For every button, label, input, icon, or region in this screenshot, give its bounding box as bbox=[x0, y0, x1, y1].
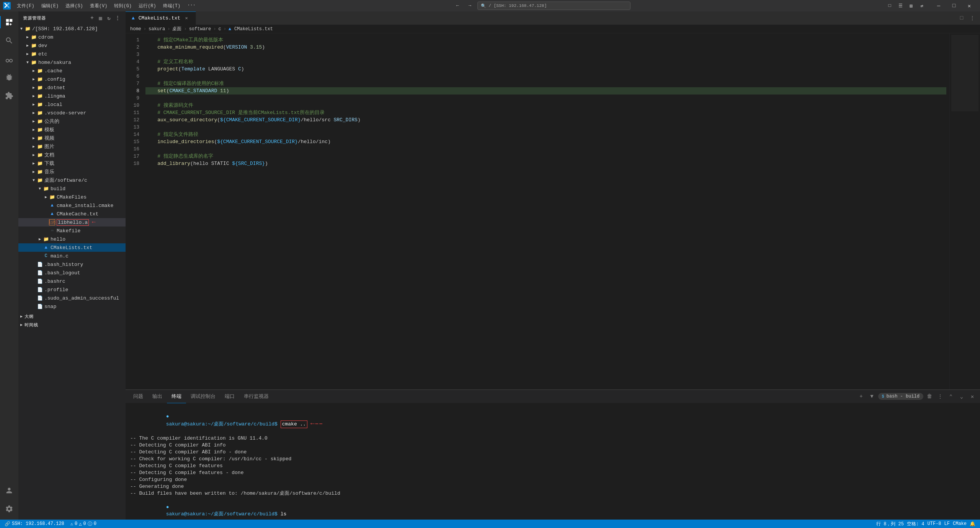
activity-explorer[interactable] bbox=[0, 13, 18, 31]
sidebar-item-cmakecache[interactable]: ▲ CMakeCache.txt bbox=[18, 210, 126, 218]
sidebar-item-cmake-install[interactable]: ▲ cmake_install.cmake bbox=[18, 201, 126, 210]
sidebar-item-lingma[interactable]: ▶ 📁 .lingma bbox=[18, 92, 126, 100]
menu-file[interactable]: 文件(F) bbox=[14, 2, 38, 10]
sidebar-item-libhello[interactable]: lib libhello.a ← bbox=[18, 218, 126, 227]
activity-account[interactable] bbox=[0, 481, 18, 500]
sidebar-item-music[interactable]: ▶ 📁 音乐 bbox=[18, 168, 126, 176]
more-panel-icon[interactable]: ⋮ bbox=[936, 392, 945, 401]
sidebar-toggle-icon[interactable]: ☰ bbox=[896, 1, 905, 10]
sidebar-item-dotnet[interactable]: ▶ 📁 .dotnet bbox=[18, 83, 126, 92]
sidebar-item-config[interactable]: ▶ 📁 .config bbox=[18, 75, 126, 83]
kill-terminal-icon[interactable]: 🗑 bbox=[925, 392, 934, 401]
sidebar-item-mainc[interactable]: C main.c bbox=[18, 252, 126, 260]
menu-run[interactable]: 运行(R) bbox=[136, 2, 159, 10]
sidebar-item-desktop-software[interactable]: ▼ 📁 桌面/software/c bbox=[18, 176, 126, 184]
tab-cmakelists[interactable]: ▲ CMakeLists.txt ✕ bbox=[126, 11, 196, 25]
tab-close-button[interactable]: ✕ bbox=[183, 15, 189, 21]
menu-edit[interactable]: 编辑(E) bbox=[38, 2, 62, 10]
more-actions-icon[interactable]: ⋮ bbox=[968, 13, 977, 23]
sidebar-item-bashrc[interactable]: 📄 .bashrc bbox=[18, 277, 126, 285]
nav-back[interactable]: ← bbox=[453, 1, 462, 10]
terminal-content[interactable]: ● sakura@sakura:~/桌面/software/c/build$ c… bbox=[126, 403, 980, 520]
close-panel-icon[interactable]: ✕ bbox=[968, 392, 977, 401]
sidebar-item-bash-history[interactable]: 📄 .bash_history bbox=[18, 260, 126, 269]
menu-goto[interactable]: 转到(G) bbox=[111, 2, 135, 10]
breadcrumb-home[interactable]: home bbox=[130, 26, 141, 32]
sidebar-item-profile[interactable]: 📄 .profile bbox=[18, 285, 126, 294]
breadcrumb-sakura[interactable]: sakura bbox=[149, 26, 165, 32]
activity-search[interactable] bbox=[0, 31, 18, 50]
sidebar-item-dev[interactable]: ▶ 📁 dev bbox=[18, 41, 126, 50]
sidebar-item-root[interactable]: ▼ 📁 /[SSH: 192.168.47.128] bbox=[18, 24, 126, 33]
sidebar-item-home[interactable]: ▼ 📁 home/sakura bbox=[18, 58, 126, 67]
new-folder-icon[interactable]: ▦ bbox=[97, 15, 104, 21]
status-encoding[interactable]: UTF-8 bbox=[926, 520, 943, 528]
terminal-dropdown-icon[interactable]: ▼ bbox=[867, 392, 877, 401]
panel-tab-ports[interactable]: 端口 bbox=[220, 390, 239, 403]
breadcrumb-c[interactable]: c bbox=[218, 26, 221, 32]
sidebar-item-vscode[interactable]: ▶ 📁 .vscode-server bbox=[18, 109, 126, 117]
status-ssh[interactable]: 🔗 SSH: 192.168.47.128 bbox=[3, 520, 66, 528]
status-notifications[interactable]: 🔔 bbox=[968, 520, 977, 528]
sidebar-item-downloads[interactable]: ▶ 📁 下载 bbox=[18, 159, 126, 168]
panel-tab-problems[interactable]: 问题 bbox=[129, 390, 148, 403]
search-bar[interactable]: 🔍 / [SSH: 192.168.47.128] bbox=[477, 2, 630, 10]
minimize-button[interactable]: — bbox=[931, 0, 946, 11]
sidebar-item-template[interactable]: ▶ 📁 模板 bbox=[18, 125, 126, 134]
panel-tab-debug[interactable]: 调试控制台 bbox=[186, 390, 220, 403]
panel-tab-terminal[interactable]: 终端 bbox=[167, 390, 186, 403]
breadcrumb-filename[interactable]: CMakeLists.txt bbox=[234, 26, 273, 32]
activity-extensions[interactable] bbox=[0, 86, 18, 105]
sidebar-item-build[interactable]: ▼ 📁 build bbox=[18, 184, 126, 193]
maximize-panel-icon[interactable]: ⌃ bbox=[946, 392, 956, 401]
code-content[interactable]: # 指定CMake工具的最低版本 cmake_minimum_required(… bbox=[141, 33, 949, 389]
sidebar-item-hello[interactable]: ▶ 📁 hello bbox=[18, 235, 126, 243]
panel-tab-output[interactable]: 输出 bbox=[148, 390, 167, 403]
new-file-icon[interactable]: + bbox=[89, 15, 96, 21]
maximize-button[interactable]: □ bbox=[946, 0, 962, 11]
sidebar-item-etc[interactable]: ▶ 📁 etc bbox=[18, 50, 126, 58]
breadcrumb-software[interactable]: software bbox=[189, 26, 211, 32]
sidebar-section-outline[interactable]: ▶ 大纲 bbox=[18, 312, 126, 321]
collapse-icon[interactable]: ⋮ bbox=[114, 15, 121, 21]
status-errors[interactable]: ⚠ 0 △ 0 ⓘ 0 bbox=[69, 520, 98, 528]
sidebar-item-bash-logout[interactable]: 📄 .bash_logout bbox=[18, 269, 126, 277]
sidebar-item-local[interactable]: ▶ 📁 .local bbox=[18, 100, 126, 109]
expand-icon[interactable]: ⇄ bbox=[917, 1, 926, 10]
sidebar-item-cache[interactable]: ▶ 📁 .cache bbox=[18, 67, 126, 75]
sidebar-item-video[interactable]: ▶ 📁 视频 bbox=[18, 134, 126, 142]
activity-debug[interactable] bbox=[0, 68, 18, 86]
sidebar-item-cdrom[interactable]: ▶ 📁 cdrom bbox=[18, 33, 126, 41]
refresh-icon[interactable]: ↻ bbox=[106, 15, 113, 21]
menu-select[interactable]: 选择(S) bbox=[62, 2, 86, 10]
add-terminal-icon[interactable]: + bbox=[857, 392, 866, 401]
nav-forward[interactable]: → bbox=[465, 1, 474, 10]
layout-icon[interactable]: □ bbox=[885, 1, 894, 10]
sidebar-item-cmakefiles[interactable]: ▶ 📁 CMakeFiles bbox=[18, 193, 126, 201]
sidebar-section-timeline[interactable]: ▶ 时间线 bbox=[18, 321, 126, 329]
panel-tab-serial[interactable]: 串行监视器 bbox=[239, 390, 273, 403]
status-eol[interactable]: LF bbox=[943, 520, 951, 528]
status-cursor-pos[interactable]: 行 8，列 25 bbox=[875, 520, 905, 528]
split-editor-icon[interactable]: □ bbox=[957, 13, 966, 23]
sidebar-item-makefile[interactable]: ⎓ Makefile bbox=[18, 227, 126, 235]
menu-more[interactable]: ··· bbox=[184, 2, 199, 10]
close-button[interactable]: ✕ bbox=[962, 0, 977, 11]
status-spaces[interactable]: 空格: 4 bbox=[905, 520, 926, 528]
activity-settings[interactable] bbox=[0, 500, 18, 518]
code-editor[interactable]: 1 2 3 4 5 6 7 8 9 10 11 12 13 14 15 16 1 bbox=[126, 33, 980, 389]
sidebar-item-docs[interactable]: ▶ 📁 文档 bbox=[18, 151, 126, 159]
sidebar-item-pictures[interactable]: ▶ 📁 图片 bbox=[18, 142, 126, 151]
sidebar-item-public[interactable]: ▶ 📁 公共的 bbox=[18, 117, 126, 125]
sidebar-item-snap[interactable]: 📄 snap bbox=[18, 302, 126, 311]
settings-layout-icon[interactable]: ▤ bbox=[906, 1, 916, 10]
sidebar-item-sudo[interactable]: 📄 .sudo_as_admin_successful bbox=[18, 294, 126, 302]
status-language[interactable]: CMake bbox=[951, 520, 968, 528]
activity-scm[interactable] bbox=[0, 50, 18, 68]
breadcrumb-desktop[interactable]: 桌面 bbox=[172, 26, 181, 32]
minimize-panel-icon[interactable]: ⌄ bbox=[957, 392, 966, 401]
menu-terminal[interactable]: 终端(T) bbox=[160, 2, 184, 10]
menu-view[interactable]: 查看(V) bbox=[87, 2, 111, 10]
terminal-pill[interactable]: $ bash - build bbox=[878, 393, 923, 400]
sidebar-item-cmakelists[interactable]: ▲ CMakeLists.txt bbox=[18, 243, 126, 252]
